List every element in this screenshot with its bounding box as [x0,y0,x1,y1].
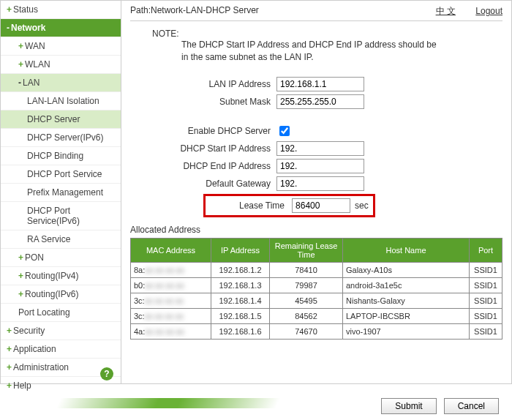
table-row: 3c:xx xx xx xx192.168.1.445495Nishants-G… [131,293,502,308]
cell-ip: 192.168.1.3 [211,277,270,293]
menu-routing-ipv4[interactable]: +Routing(IPv4) [1,267,121,285]
menu-application[interactable]: +Application [1,340,121,359]
th-port: Port [470,238,502,262]
cell-host: Nishants-Galaxy [343,293,470,308]
cell-port: SSID1 [470,323,502,339]
note-title: NOTE: [152,29,502,39]
alloc-table: MAC Address IP Address Remaining Lease T… [130,238,502,340]
cell-mac: 4a:xx xx xx xx [131,323,211,339]
cell-host: Galaxy-A10s [343,262,470,277]
end-input[interactable] [276,159,364,173]
start-label: DHCP Start IP Address [130,143,276,154]
th-ip: IP Address [211,238,270,262]
cell-host: vivo-1907 [343,323,470,339]
alloc-title: Allocated Address [130,225,502,235]
menu-port-locating[interactable]: Port Locating [1,304,121,322]
logout-link[interactable]: Logout [475,6,502,16]
enable-checkbox[interactable] [279,126,290,136]
cell-port: SSID1 [470,277,502,293]
menu-lan-lan-isolation[interactable]: LAN-LAN Isolation [1,92,121,110]
menu-dhcp-server[interactable]: DHCP Server [1,110,121,129]
menu-status[interactable]: +Status [1,1,121,19]
lang-link[interactable]: 中 文 [436,6,456,16]
menu-lan[interactable]: -LAN [1,74,121,92]
cell-rem: 78410 [270,262,343,277]
lease-highlight: Lease Time sec [203,194,375,217]
lease-unit: sec [355,200,369,211]
note-text: The DHCP Start IP Address and DHCP End I… [181,39,445,64]
cell-host: LAPTOP-IBCSBR [343,308,470,323]
menu-pon[interactable]: +PON [1,249,121,267]
th-host: Host Name [343,238,470,262]
menu-dhcp-binding[interactable]: DHCP Binding [1,147,121,165]
cell-port: SSID1 [470,308,502,323]
menu-dhcp-port-service[interactable]: DHCP Port Service [1,165,121,184]
breadcrumb: Path:Network-LAN-DHCP Server [130,5,259,18]
cell-port: SSID1 [470,293,502,308]
note-block: NOTE: The DHCP Start IP Address and DHCP… [152,29,502,64]
lanip-label: LAN IP Address [130,79,276,89]
menu-network[interactable]: -Network [1,19,121,37]
sidebar: +Status -Network +WAN +WLAN -LAN LAN-LAN… [1,1,121,383]
topbar: Path:Network-LAN-DHCP Server 中 文 Logout [130,5,502,21]
cell-port: SSID1 [470,262,502,277]
lease-label: Lease Time [210,200,292,211]
enable-label: Enable DHCP Server [130,126,276,136]
main-panel: Path:Network-LAN-DHCP Server 中 文 Logout … [121,1,511,383]
cell-rem: 79987 [270,277,343,293]
cell-mac: b0:xx xx xx xx [131,277,211,293]
menu-dhcp-port-service-ipv6[interactable]: DHCP Port Service(IPv6) [1,202,121,230]
cell-ip: 192.168.1.6 [211,323,270,339]
table-row: b0:xx xx xx xx192.168.1.379987android-3a… [131,277,502,293]
cell-host: android-3a1e5c [343,277,470,293]
cell-ip: 192.168.1.2 [211,262,270,277]
help-icon[interactable]: ? [100,367,113,380]
cell-ip: 192.168.1.4 [211,293,270,308]
cell-mac: 8a:xx xx xx xx [131,262,211,277]
gw-input[interactable] [276,176,364,191]
lease-input[interactable] [292,198,350,213]
gw-label: Default Gateway [130,179,276,189]
table-row: 4a:xx xx xx xx192.168.1.674670vivo-1907S… [131,323,502,339]
menu-security[interactable]: +Security [1,322,121,340]
lanip-input[interactable] [276,77,364,91]
subnet-input[interactable] [276,94,364,109]
cell-ip: 192.168.1.5 [211,308,270,323]
cell-rem: 45495 [270,293,343,308]
menu-wlan[interactable]: +WLAN [1,56,121,74]
th-rem: Remaining Lease Time [270,238,343,262]
cell-mac: 3c:xx xx xx xx [131,308,211,323]
cell-mac: 3c:xx xx xx xx [131,293,211,308]
subnet-label: Subnet Mask [130,97,276,107]
table-row: 3c:xx xx xx xx192.168.1.584562LAPTOP-IBC… [131,308,502,323]
cell-rem: 74670 [270,323,343,339]
menu-dhcp-server-ipv6[interactable]: DHCP Server(IPv6) [1,129,121,147]
menu-ra-service[interactable]: RA Service [1,230,121,249]
submit-button[interactable]: Submit [381,398,436,414]
cancel-button[interactable]: Cancel [444,398,499,414]
footer: Submit Cancel [0,392,512,420]
table-row: 8a:xx xx xx xx192.168.1.278410Galaxy-A10… [131,262,502,277]
menu-routing-ipv6[interactable]: +Routing(IPv6) [1,285,121,304]
start-input[interactable] [276,141,364,156]
end-label: DHCP End IP Address [130,161,276,171]
cell-rem: 84562 [270,308,343,323]
menu-wan[interactable]: +WAN [1,37,121,56]
menu-prefix-management[interactable]: Prefix Management [1,184,121,202]
th-mac: MAC Address [131,238,211,262]
